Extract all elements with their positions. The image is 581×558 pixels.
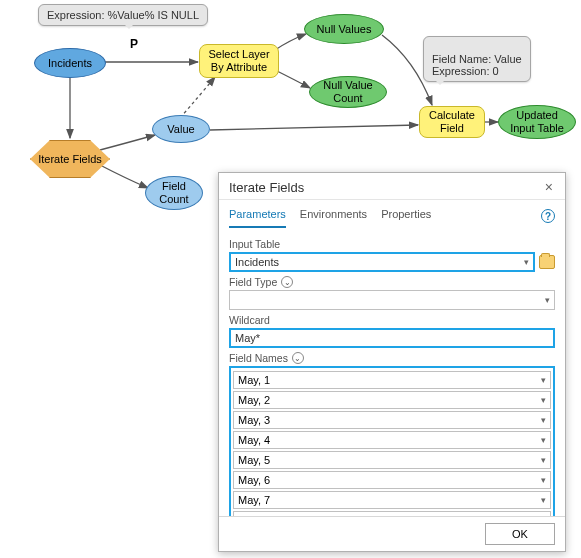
node-null-value-count-label: Null Value Count — [323, 79, 372, 104]
field-names-list: May, 1▾May, 2▾May, 3▾May, 4▾May, 5▾May, … — [229, 366, 555, 516]
field-name-text: May, 6 — [238, 474, 270, 486]
label-field-names: Field Names ⌄ — [229, 352, 555, 364]
callout-calcfield-text: Field Name: Value Expression: 0 — [432, 53, 522, 77]
dialog-body: Input Table Incidents ▾ Field Type ⌄ ▾ W… — [219, 228, 565, 516]
tab-properties[interactable]: Properties — [381, 204, 431, 228]
dialog-iterate-fields: Iterate Fields × Parameters Environments… — [218, 172, 566, 552]
node-updated-input[interactable]: Updated Input Table — [498, 105, 576, 139]
chevron-down-icon: ▾ — [541, 455, 546, 465]
dialog-titlebar: Iterate Fields × — [219, 173, 565, 200]
node-incidents-label: Incidents — [48, 57, 92, 70]
label-field-type-text: Field Type — [229, 276, 277, 288]
node-value-label: Value — [167, 123, 194, 136]
node-select-layer-label: Select Layer By Attribute — [208, 48, 269, 73]
chevron-down-icon: ▾ — [541, 475, 546, 485]
expand-icon[interactable]: ⌄ — [292, 352, 304, 364]
field-type-dropdown[interactable]: ▾ — [229, 290, 555, 310]
svg-line-2 — [210, 125, 418, 130]
field-name-row[interactable]: May, 5▾ — [233, 451, 551, 469]
field-name-row[interactable]: May, 7▾ — [233, 491, 551, 509]
input-table-value: Incidents — [235, 256, 279, 268]
node-value[interactable]: Value — [152, 115, 210, 143]
label-wildcard: Wildcard — [229, 314, 555, 326]
field-name-text: May, 1 — [238, 374, 270, 386]
chevron-down-icon: ▾ — [541, 395, 546, 405]
chevron-down-icon: ▾ — [541, 415, 546, 425]
node-null-value-count[interactable]: Null Value Count — [309, 76, 387, 108]
field-name-text: May, 4 — [238, 434, 270, 446]
close-icon[interactable]: × — [541, 179, 557, 195]
callout-expression: Expression: %Value% IS NULL — [38, 4, 208, 26]
field-name-row[interactable]: May, 6▾ — [233, 471, 551, 489]
field-name-text: May, 5 — [238, 454, 270, 466]
node-calculate-field-label: Calculate Field — [429, 109, 475, 134]
dialog-footer: OK — [219, 516, 565, 551]
node-field-count[interactable]: Field Count — [145, 176, 203, 210]
label-field-type: Field Type ⌄ — [229, 276, 555, 288]
node-incidents[interactable]: Incidents — [34, 48, 106, 78]
browse-folder-icon[interactable] — [539, 255, 555, 269]
node-calculate-field[interactable]: Calculate Field — [419, 106, 485, 138]
label-field-names-text: Field Names — [229, 352, 288, 364]
field-name-text: May, 2 — [238, 394, 270, 406]
wildcard-value: May* — [235, 332, 260, 344]
expand-icon[interactable]: ⌄ — [281, 276, 293, 288]
label-input-table: Input Table — [229, 238, 555, 250]
chevron-down-icon: ▾ — [541, 375, 546, 385]
tab-environments[interactable]: Environments — [300, 204, 367, 228]
node-iterate-fields-label: Iterate Fields — [38, 153, 102, 166]
field-name-text: May, 7 — [238, 494, 270, 506]
node-null-values[interactable]: Null Values — [304, 14, 384, 44]
tab-parameters[interactable]: Parameters — [229, 204, 286, 228]
field-name-row[interactable]: May, 3▾ — [233, 411, 551, 429]
node-null-values-label: Null Values — [317, 23, 372, 36]
callout-calcfield: Field Name: Value Expression: 0 — [423, 36, 531, 82]
dialog-tabs: Parameters Environments Properties ? — [219, 200, 565, 228]
chevron-down-icon: ▾ — [541, 495, 546, 505]
field-name-row[interactable]: May, 1▾ — [233, 371, 551, 389]
dialog-title-text: Iterate Fields — [229, 180, 304, 195]
chevron-down-icon: ▾ — [524, 257, 529, 267]
wildcard-input[interactable]: May* — [229, 328, 555, 348]
field-name-text: May, 3 — [238, 414, 270, 426]
node-field-count-label: Field Count — [159, 180, 188, 205]
input-table-dropdown[interactable]: Incidents ▾ — [229, 252, 535, 272]
field-name-row[interactable]: May, 2▾ — [233, 391, 551, 409]
chevron-down-icon: ▾ — [545, 295, 550, 305]
ok-button[interactable]: OK — [485, 523, 555, 545]
callout-expression-text: Expression: %Value% IS NULL — [47, 9, 199, 21]
help-icon[interactable]: ? — [541, 209, 555, 223]
node-select-layer[interactable]: Select Layer By Attribute — [199, 44, 279, 78]
node-updated-input-label: Updated Input Table — [510, 109, 564, 134]
parameter-flag: P — [130, 37, 138, 51]
field-name-row[interactable]: May, 4▾ — [233, 431, 551, 449]
chevron-down-icon: ▾ — [541, 435, 546, 445]
